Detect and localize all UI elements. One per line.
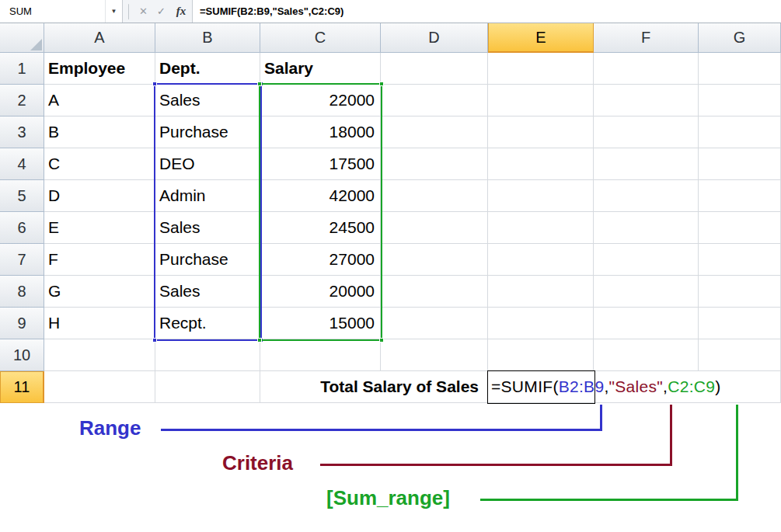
cell-D1[interactable] xyxy=(381,53,488,85)
cell-G2[interactable] xyxy=(699,85,781,116)
cell-B5[interactable]: Admin xyxy=(155,180,260,212)
cell-E1[interactable] xyxy=(488,53,594,85)
column-header-A[interactable]: A xyxy=(44,23,155,53)
cell-F2[interactable] xyxy=(594,85,699,116)
cell-B7[interactable]: Purchase xyxy=(155,244,260,276)
cell-F10[interactable] xyxy=(594,339,699,371)
row-header-8[interactable]: 8 xyxy=(0,276,44,308)
cell-G10[interactable] xyxy=(699,339,781,371)
row-header-1[interactable]: 1 xyxy=(0,53,44,85)
cell-D9[interactable] xyxy=(381,308,488,339)
cell-D7[interactable] xyxy=(381,244,488,276)
cell-F6[interactable] xyxy=(594,212,699,244)
cell-D6[interactable] xyxy=(381,212,488,244)
column-header-D[interactable]: D xyxy=(381,23,488,53)
range-annotation-line xyxy=(161,429,602,431)
cell-D4[interactable] xyxy=(381,148,488,180)
cell-G6[interactable] xyxy=(699,212,781,244)
cell-G9[interactable] xyxy=(699,308,781,339)
cell-A2[interactable]: A xyxy=(44,85,155,116)
cell-E6[interactable] xyxy=(488,212,594,244)
cell-G1[interactable] xyxy=(699,53,781,85)
cell-C4[interactable]: 17500 xyxy=(260,148,381,180)
cell-A6[interactable]: E xyxy=(44,212,155,244)
cell-G3[interactable] xyxy=(699,116,781,148)
cell-F5[interactable] xyxy=(594,180,699,212)
cell-B3[interactable]: Purchase xyxy=(155,116,260,148)
cell-F4[interactable] xyxy=(594,148,699,180)
cell-E11-active[interactable]: =SUMIF( B2:B9 , "Sales" , C2:C9 ) xyxy=(488,371,781,403)
cell-C3[interactable]: 18000 xyxy=(260,116,381,148)
cell-A8[interactable]: G xyxy=(44,276,155,308)
cell-A1[interactable]: Employee xyxy=(44,53,155,85)
cell-E7[interactable] xyxy=(488,244,594,276)
cell-C1[interactable]: Salary xyxy=(260,53,381,85)
cell-C7[interactable]: 27000 xyxy=(260,244,381,276)
cell-F8[interactable] xyxy=(594,276,699,308)
select-all-button[interactable] xyxy=(0,23,44,53)
column-header-E[interactable]: E xyxy=(488,23,594,53)
row-header-4[interactable]: 4 xyxy=(0,148,44,180)
row-header-6[interactable]: 6 xyxy=(0,212,44,244)
cell-G4[interactable] xyxy=(699,148,781,180)
enter-button[interactable]: ✓ xyxy=(152,0,170,23)
cell-E4[interactable] xyxy=(488,148,594,180)
column-header-B[interactable]: B xyxy=(155,23,260,53)
cell-C11[interactable]: Total Salary of Sales xyxy=(260,371,488,403)
cell-A9[interactable]: H xyxy=(44,308,155,339)
cell-A3[interactable]: B xyxy=(44,116,155,148)
cell-A5[interactable]: D xyxy=(44,180,155,212)
formula-input[interactable]: =SUMIF(B2:B9,"Sales",C2:C9) xyxy=(192,0,781,23)
cancel-button[interactable]: ✕ xyxy=(134,0,152,23)
cell-C5[interactable]: 42000 xyxy=(260,180,381,212)
cell-D10[interactable] xyxy=(381,339,488,371)
row-header-10[interactable]: 10 xyxy=(0,339,44,371)
cell-E8[interactable] xyxy=(488,276,594,308)
cell-B2[interactable]: Sales xyxy=(155,85,260,116)
column-header-F[interactable]: F xyxy=(594,23,699,53)
name-box[interactable]: SUM ▼ xyxy=(0,0,123,23)
column-header-C[interactable]: C xyxy=(260,23,381,53)
cell-F7[interactable] xyxy=(594,244,699,276)
row-header-7[interactable]: 7 xyxy=(0,244,44,276)
cell-C10[interactable] xyxy=(260,339,381,371)
name-box-dropdown-icon[interactable]: ▼ xyxy=(105,0,122,23)
row-header-2[interactable]: 2 xyxy=(0,85,44,116)
cell-B6[interactable]: Sales xyxy=(155,212,260,244)
cell-A11[interactable] xyxy=(44,371,155,403)
cell-A7[interactable]: F xyxy=(44,244,155,276)
row-header-3[interactable]: 3 xyxy=(0,116,44,148)
cell-B4[interactable]: DEO xyxy=(155,148,260,180)
cell-E10[interactable] xyxy=(488,339,594,371)
cell-E9[interactable] xyxy=(488,308,594,339)
cell-D8[interactable] xyxy=(381,276,488,308)
cell-B10[interactable] xyxy=(155,339,260,371)
row-header-5[interactable]: 5 xyxy=(0,180,44,212)
cell-E3[interactable] xyxy=(488,116,594,148)
row-header-9[interactable]: 9 xyxy=(0,308,44,339)
cell-F1[interactable] xyxy=(594,53,699,85)
column-header-G[interactable]: G xyxy=(699,23,781,53)
cell-B11[interactable] xyxy=(155,371,260,403)
cell-G8[interactable] xyxy=(699,276,781,308)
cell-B8[interactable]: Sales xyxy=(155,276,260,308)
cell-C9[interactable]: 15000 xyxy=(260,308,381,339)
insert-function-button[interactable]: fx xyxy=(170,0,192,23)
cell-C6[interactable]: 24500 xyxy=(260,212,381,244)
cell-D2[interactable] xyxy=(381,85,488,116)
cell-F9[interactable] xyxy=(594,308,699,339)
cell-E2[interactable] xyxy=(488,85,594,116)
cell-D3[interactable] xyxy=(381,116,488,148)
cell-A10[interactable] xyxy=(44,339,155,371)
row-header-11[interactable]: 11 xyxy=(0,371,44,403)
cell-C8[interactable]: 20000 xyxy=(260,276,381,308)
cell-C2[interactable]: 22000 xyxy=(260,85,381,116)
cell-G7[interactable] xyxy=(699,244,781,276)
cell-D5[interactable] xyxy=(381,180,488,212)
cell-B1[interactable]: Dept. xyxy=(155,53,260,85)
cell-E5[interactable] xyxy=(488,180,594,212)
cell-G5[interactable] xyxy=(699,180,781,212)
cell-A4[interactable]: C xyxy=(44,148,155,180)
cell-F3[interactable] xyxy=(594,116,699,148)
cell-B9[interactable]: Recpt. xyxy=(155,308,260,339)
